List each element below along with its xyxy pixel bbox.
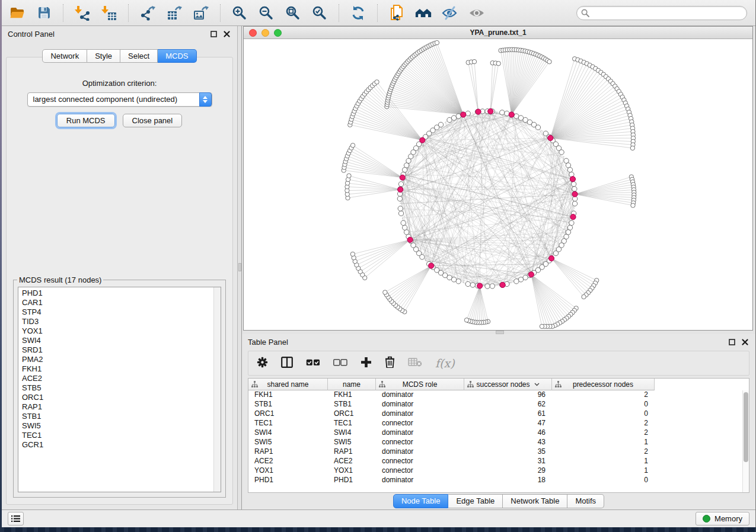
scrollbar-thumb[interactable] <box>744 392 748 462</box>
close-panel-icon[interactable] <box>740 337 749 347</box>
float-panel-icon[interactable] <box>209 29 218 39</box>
memory-button[interactable]: Memory <box>696 512 749 525</box>
zoom-selected-icon[interactable] <box>311 5 328 21</box>
cell-predecessor-nodes: 2 <box>552 390 655 400</box>
list-item[interactable]: SWI5 <box>22 421 213 431</box>
export-network-icon[interactable] <box>139 5 156 21</box>
import-network-icon[interactable] <box>74 5 91 21</box>
list-item[interactable]: STB5 <box>22 383 213 393</box>
tab-node-table[interactable]: Node Table <box>393 494 449 508</box>
criterion-dropdown[interactable]: largest connected component (undirected) <box>27 92 212 107</box>
minimize-window-icon[interactable] <box>261 29 269 37</box>
zoom-out-icon[interactable] <box>258 5 275 21</box>
list-item[interactable]: TEC1 <box>22 431 213 440</box>
list-item[interactable]: ORC1 <box>22 393 213 402</box>
cell-predecessor-nodes: 0 <box>552 476 655 485</box>
close-panel-button[interactable]: Close panel <box>123 114 183 127</box>
network-titlebar[interactable]: YPA_prune.txt_1 <box>244 27 752 39</box>
zoom-fit-icon[interactable] <box>285 5 301 21</box>
save-icon[interactable] <box>36 5 52 21</box>
list-item[interactable]: RAP1 <box>22 402 213 412</box>
table-row[interactable]: RAP1RAP1dominator352 <box>248 447 749 457</box>
table-row[interactable]: ORC1ORC1dominator610 <box>248 409 749 419</box>
column-header-name[interactable]: name <box>328 379 376 390</box>
add-column-icon[interactable] <box>361 357 372 370</box>
home-views-icon[interactable] <box>415 5 432 21</box>
column-type-icon <box>251 381 258 390</box>
table-row[interactable]: FKH1FKH1dominator962 <box>248 390 749 400</box>
clipboard-network-icon[interactable] <box>388 5 405 21</box>
list-item[interactable]: STB1 <box>22 412 213 421</box>
mcds-panel: NetworkStyleSelectMCDS Optimization crit… <box>6 57 233 505</box>
list-item[interactable]: SWI4 <box>22 336 213 345</box>
column-layout-icon[interactable] <box>281 357 293 370</box>
cell-shared-name: PHD1 <box>248 476 328 485</box>
tab-network[interactable]: Network <box>42 49 87 63</box>
list-item[interactable]: FKH1 <box>22 364 213 374</box>
list-item[interactable]: SRD1 <box>22 345 213 355</box>
list-item[interactable]: ACE2 <box>22 374 213 383</box>
table-row[interactable]: PHD1PHD1dominator180 <box>248 476 749 485</box>
task-history-button[interactable] <box>8 512 24 525</box>
splitter-handle[interactable] <box>238 263 241 271</box>
cell-predecessor-nodes: 1 <box>552 438 655 447</box>
tab-mcds[interactable]: MCDS <box>158 49 196 63</box>
zoom-in-icon[interactable] <box>231 5 248 21</box>
list-scrollbar[interactable] <box>213 287 221 492</box>
column-header-predecessor-nodes[interactable]: predecessor nodes <box>552 379 655 390</box>
mcds-result-list[interactable]: PHD1CAR1STP4TID3YOX1SWI4SRD1PMA2FKH1ACE2… <box>18 287 221 492</box>
close-window-icon[interactable] <box>249 29 257 37</box>
tab-edge-table[interactable]: Edge Table <box>448 494 503 508</box>
column-header-successor-nodes[interactable]: successor nodes <box>464 379 552 390</box>
table-row[interactable]: SWI4SWI4dominator462 <box>248 428 749 438</box>
vertical-splitter[interactable] <box>238 26 242 509</box>
list-item[interactable]: GCR1 <box>22 440 213 450</box>
table-settings-icon[interactable] <box>257 357 268 370</box>
function-builder-icon-disabled: f(x) <box>435 357 455 370</box>
table-row[interactable]: SWI5SWI5connector431 <box>248 438 749 447</box>
cell-predecessor-nodes: 2 <box>552 428 655 438</box>
list-item[interactable]: CAR1 <box>22 298 213 307</box>
column-header-MCDS-role[interactable]: MCDS role <box>376 379 464 390</box>
show-graphics-details-icon[interactable] <box>468 5 485 21</box>
list-item[interactable]: TID3 <box>22 317 213 326</box>
table-row[interactable]: YOX1YOX1connector291 <box>248 466 749 476</box>
tab-motifs[interactable]: Motifs <box>567 494 604 508</box>
cell-name: ACE2 <box>328 457 376 466</box>
deselect-all-columns-icon[interactable] <box>333 358 347 368</box>
cell-successor-nodes: 29 <box>464 466 552 476</box>
export-image-icon[interactable] <box>193 5 209 21</box>
network-view[interactable] <box>244 39 752 330</box>
cell-name: YOX1 <box>328 466 376 476</box>
list-item[interactable]: YOX1 <box>22 326 213 336</box>
table-row[interactable]: TEC1TEC1connector472 <box>248 419 749 428</box>
select-all-columns-icon[interactable] <box>306 358 320 368</box>
open-file-icon[interactable] <box>9 5 25 21</box>
maximize-window-icon[interactable] <box>274 29 282 37</box>
import-table-icon[interactable] <box>101 5 117 21</box>
delete-table-icon-disabled <box>408 357 422 369</box>
delete-column-icon[interactable] <box>385 356 395 370</box>
search-input[interactable] <box>576 6 747 20</box>
tab-network-table[interactable]: Network Table <box>503 494 567 508</box>
network-title: YPA_prune.txt_1 <box>470 28 526 37</box>
export-table-icon[interactable] <box>166 5 183 21</box>
run-mcds-button[interactable]: Run MCDS <box>57 114 115 127</box>
table-row[interactable]: ACE2ACE2connector311 <box>248 457 749 466</box>
list-item[interactable]: STP4 <box>22 307 213 317</box>
column-header-shared-name[interactable]: shared name <box>248 379 328 390</box>
cell-successor-nodes: 18 <box>464 476 552 485</box>
list-item[interactable]: PMA2 <box>22 355 213 364</box>
cell-name: RAP1 <box>328 447 376 457</box>
list-item[interactable]: PHD1 <box>22 289 213 298</box>
column-type-icon <box>467 381 474 390</box>
mcds-result-legend: MCDS result (17 nodes) <box>17 275 103 284</box>
tab-select[interactable]: Select <box>120 49 158 63</box>
tab-style[interactable]: Style <box>87 49 120 63</box>
close-panel-icon[interactable] <box>222 29 231 39</box>
float-panel-icon[interactable] <box>727 337 736 347</box>
hide-graphics-details-icon[interactable] <box>442 5 458 21</box>
table-scrollbar[interactable] <box>742 390 749 492</box>
table-row[interactable]: STB1STB1dominator620 <box>248 400 749 409</box>
refresh-icon[interactable] <box>350 5 366 21</box>
